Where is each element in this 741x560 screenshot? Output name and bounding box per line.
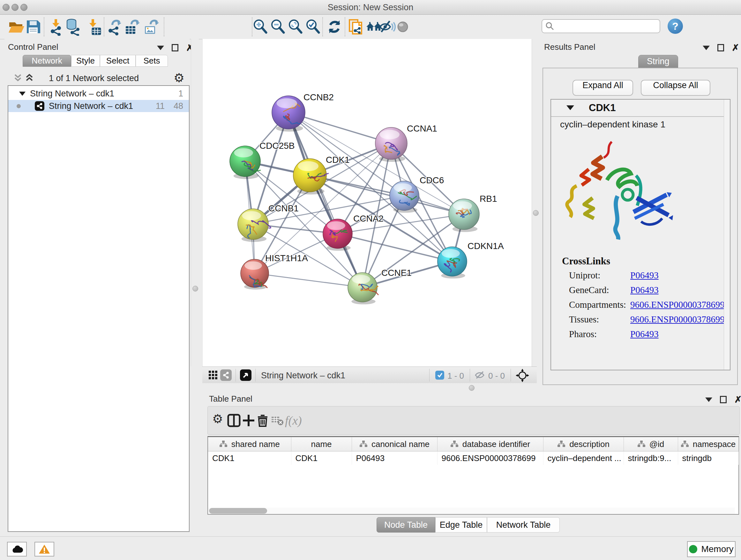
column-header[interactable]: canonical name — [352, 437, 437, 451]
zoom-in-icon[interactable] — [251, 18, 269, 36]
scrollbar-thumb[interactable] — [209, 508, 267, 514]
splitter-handle[interactable] — [192, 286, 198, 292]
cell-id[interactable]: stringdb:9... — [623, 451, 678, 465]
table-row[interactable]: CDK1 CDK1 P06493 9606.ENSP00000378699 cy… — [208, 451, 738, 465]
grid-view-icon[interactable] — [209, 371, 218, 380]
network-view[interactable]: CCNB2CCNA1CDC25BCDK1CDC6RB1CCNB1CCNA2CDK… — [202, 39, 532, 367]
crosslink-label: GeneCard: — [569, 285, 609, 295]
hide-selected-icon[interactable] — [378, 18, 396, 36]
memory-button[interactable]: Memory — [687, 541, 736, 557]
export-image-icon[interactable] — [142, 18, 160, 36]
node-CDK1[interactable] — [293, 159, 329, 194]
search-input[interactable] — [542, 19, 660, 33]
column-header[interactable]: name — [291, 437, 352, 451]
copy-network-document-icon[interactable] — [347, 18, 365, 36]
import-network-from-database-icon[interactable] — [64, 18, 82, 36]
expand-all-icon[interactable] — [25, 73, 34, 82]
network-options-gear-icon[interactable]: ⚙ — [174, 72, 185, 84]
close-panel-icon[interactable]: ✗ — [732, 45, 739, 51]
cell-namespace[interactable]: stringdb — [678, 451, 738, 465]
show-all-icon[interactable] — [394, 18, 412, 36]
export-network-icon[interactable] — [105, 18, 123, 36]
maximize-panel-icon[interactable] — [720, 396, 727, 403]
save-session-icon[interactable] — [24, 18, 42, 36]
birds-eye-view-icon[interactable] — [240, 369, 252, 381]
column-header[interactable]: shared name — [208, 437, 291, 451]
left-panel-splitter[interactable] — [191, 39, 199, 367]
collapse-all-icon[interactable] — [13, 73, 22, 82]
splitter-handle[interactable] — [469, 385, 475, 391]
open-file-icon[interactable] — [7, 18, 25, 36]
edge-HIST1H1A-CCNE1[interactable] — [255, 273, 362, 287]
network-canvas[interactable]: CCNB2CCNA1CDC25BCDK1CDC6RB1CCNB1CCNA2CDK… — [203, 39, 531, 367]
node-RB1[interactable] — [449, 199, 479, 232]
crosshair-icon[interactable] — [516, 369, 529, 382]
tab-string[interactable]: String — [638, 55, 678, 68]
table-options-gear-icon[interactable]: ⚙ — [212, 413, 223, 425]
results-scrollbar[interactable] — [724, 100, 730, 370]
column-header[interactable]: @id — [623, 437, 678, 451]
function-builder-icon[interactable]: f(x) — [285, 414, 302, 428]
tab-style[interactable]: Style — [71, 55, 100, 67]
import-table-from-file-icon[interactable] — [84, 18, 102, 36]
cell-description[interactable]: cyclin–dependent ... — [543, 451, 623, 465]
collapse-entry-icon[interactable] — [566, 105, 574, 110]
column-header[interactable]: description — [543, 437, 623, 451]
node-CCNA2[interactable] — [323, 219, 352, 251]
tab-node-table[interactable]: Node Table — [377, 517, 435, 533]
refresh-icon[interactable] — [326, 18, 343, 36]
add-column-icon[interactable] — [242, 414, 256, 428]
network-collection-row[interactable]: String Network – cdk1 1 — [8, 88, 189, 99]
float-panel-icon[interactable] — [705, 397, 712, 402]
cloud-services-button[interactable] — [7, 542, 27, 557]
import-network-from-file-icon[interactable] — [47, 18, 65, 36]
warnings-button[interactable] — [35, 542, 54, 557]
node-CCNE1[interactable] — [348, 273, 379, 304]
crosslink-link[interactable]: 9606.ENSP00000378699 — [630, 300, 725, 310]
delete-table-icon[interactable] — [270, 414, 284, 428]
column-header[interactable]: database identifier — [437, 437, 543, 451]
cell-name[interactable]: CDK1 — [291, 451, 352, 465]
selected-checkbox-icon[interactable] — [435, 371, 444, 380]
node-CDC25B[interactable] — [230, 146, 261, 179]
collapse-all-button[interactable]: Collapse All — [641, 80, 711, 96]
tab-sets[interactable]: Sets — [136, 55, 168, 67]
maximize-panel-icon[interactable] — [718, 44, 724, 51]
help-button[interactable]: ? — [668, 18, 683, 34]
crosslink-link[interactable]: 9606.ENSP00000378699 — [630, 314, 725, 325]
export-table-icon[interactable] — [123, 18, 141, 36]
splitter-handle[interactable] — [533, 210, 539, 216]
network-collection-label: String Network – cdk1 — [30, 89, 114, 99]
crosslink-link[interactable]: P06493 — [630, 285, 659, 295]
maximize-panel-icon[interactable] — [172, 44, 179, 51]
node-HIST1H1A[interactable] — [241, 259, 269, 290]
float-panel-icon[interactable] — [157, 46, 164, 50]
cell-database-identifier[interactable]: 9606.ENSP00000378699 — [437, 451, 543, 465]
network-row[interactable]: String Network – cdk1 11 48 — [8, 100, 189, 112]
tab-edge-table[interactable]: Edge Table — [435, 517, 487, 533]
expand-all-button[interactable]: Expand All — [572, 80, 633, 96]
node-CDKN1A[interactable] — [437, 247, 467, 278]
zoom-out-icon[interactable] — [269, 18, 286, 36]
table-horizontal-scrollbar[interactable] — [208, 508, 735, 514]
tree-expand-icon[interactable] — [19, 91, 25, 96]
zoom-fit-content-icon[interactable] — [286, 18, 304, 36]
column-header[interactable]: namespace — [678, 437, 738, 451]
cell-shared-name[interactable]: CDK1 — [208, 451, 291, 465]
cell-canonical-name[interactable]: P06493 — [352, 451, 437, 465]
crosslink-link[interactable]: P06493 — [630, 270, 659, 281]
node-label-HIST1H1A: HIST1H1A — [265, 253, 308, 263]
crosslink-link[interactable]: P06493 — [630, 329, 659, 339]
node-CCNA1[interactable] — [375, 127, 407, 162]
hidden-eye-icon[interactable] — [475, 371, 486, 380]
float-panel-icon[interactable] — [703, 46, 710, 50]
show-columns-icon[interactable] — [227, 414, 241, 428]
tab-network-table[interactable]: Network Table — [487, 517, 560, 533]
close-panel-icon[interactable]: ✗ — [734, 396, 741, 403]
delete-column-icon[interactable] — [256, 414, 270, 428]
right-panel-splitter[interactable] — [532, 39, 540, 367]
tab-network[interactable]: Network — [23, 55, 71, 67]
tab-select[interactable]: Select — [100, 55, 136, 67]
string-view-icon[interactable] — [220, 369, 232, 381]
zoom-selected-icon[interactable] — [304, 18, 322, 36]
